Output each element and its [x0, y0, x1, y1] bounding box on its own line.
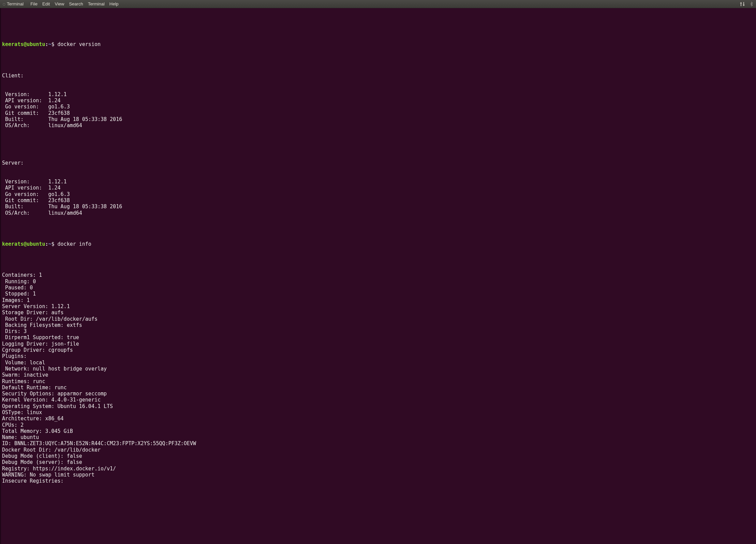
output-line: Name: ubuntu	[2, 434, 754, 440]
output-line: Backing Filesystem: extfs	[2, 322, 754, 328]
output-line: Security Options: apparmor seccomp	[2, 391, 754, 397]
output-line: Plugins:	[2, 353, 754, 359]
output-line: Logging Driver: json-file	[2, 341, 754, 347]
network-updown-icon[interactable]	[740, 2, 745, 6]
window-title: ◌ Terminal	[3, 1, 24, 6]
menu-help[interactable]: Help	[109, 1, 119, 6]
output-line: Version: 1.12.1	[2, 179, 754, 185]
output-line: API version: 1.24	[2, 97, 754, 104]
output-line: Git commit: 23cf638	[2, 110, 754, 116]
output-line: OS/Arch: linux/amd64	[2, 210, 754, 216]
output-line: OSType: linux	[2, 409, 754, 415]
output-line: Debug Mode (server): false	[2, 459, 754, 465]
version-server-block: Version: 1.12.1 API version: 1.24 Go ver…	[2, 179, 754, 216]
output-line: Docker Root Dir: /var/lib/docker	[2, 447, 754, 453]
prompt-user-host: keerats@ubuntu	[2, 41, 45, 47]
output-line: Default Runtime: runc	[2, 384, 754, 391]
output-line: Containers: 1	[2, 272, 754, 278]
output-line: Network: null host bridge overlay	[2, 366, 754, 372]
menu-edit[interactable]: Edit	[42, 1, 50, 6]
output-line: Storage Driver: aufs	[2, 309, 754, 316]
output-line: Go version: go1.6.3	[2, 191, 754, 197]
output-line: WARNING: No swap limit support	[2, 472, 754, 478]
menubar: ◌ Terminal File Edit View Search Termina…	[0, 0, 756, 8]
output-line: Server:	[2, 160, 754, 166]
menu-view[interactable]: View	[55, 1, 64, 6]
prompt-line-2: keerats@ubuntu:~$ docker info	[2, 241, 754, 247]
output-line: Version: 1.12.1	[2, 91, 754, 97]
output-line: Git commit: 23cf638	[2, 197, 754, 203]
output-line: Debug Mode (client): false	[2, 453, 754, 459]
output-line: Insecure Registries:	[2, 478, 754, 484]
output-line: Swarm: inactive	[2, 372, 754, 378]
menu-file[interactable]: File	[30, 1, 38, 6]
output-line: Runtimes: runc	[2, 378, 754, 384]
menu-terminal[interactable]: Terminal	[88, 1, 105, 6]
output-line: Dirs: 3	[2, 328, 754, 334]
output-line: Architecture: x86_64	[2, 415, 754, 422]
prompt-line-1: keerats@ubuntu:~$ docker version	[2, 41, 754, 47]
prompt-user-host: keerats@ubuntu	[2, 241, 45, 247]
output-line: ID: BNNL:ZET3:UQYC:A75N:E52N:R44C:CM23:F…	[2, 440, 754, 447]
output-line: Volume: local	[2, 360, 754, 366]
output-line: Go version: go1.6.3	[2, 104, 754, 110]
terminal-viewport[interactable]: keerats@ubuntu:~$ docker version Client:…	[0, 8, 756, 544]
output-line: Kernel Version: 4.4.0-31-generic	[2, 397, 754, 403]
output-line: Root Dir: /var/lib/docker/aufs	[2, 316, 754, 322]
output-line: Stopped: 1	[2, 291, 754, 297]
prompt-sigil: $	[51, 241, 55, 247]
command-text: docker version	[58, 41, 101, 47]
app-indicator-icon: ◌	[3, 2, 5, 6]
app-title-text: Terminal	[7, 1, 24, 6]
output-line: Images: 1	[2, 297, 754, 303]
output-line: Paused: 0	[2, 285, 754, 291]
output-line: Operating System: Ubuntu 16.04.1 LTS	[2, 403, 754, 409]
window-left-border	[0, 8, 1, 544]
bluetooth-icon[interactable]	[750, 2, 753, 6]
output-line: Dirperm1 Supported: true	[2, 334, 754, 341]
command-text: docker info	[58, 241, 91, 247]
menu-search[interactable]: Search	[69, 1, 83, 6]
output-line: Total Memory: 3.045 GiB	[2, 428, 754, 434]
output-line: API version: 1.24	[2, 185, 754, 191]
output-line: Cgroup Driver: cgroupfs	[2, 347, 754, 353]
prompt-sigil: $	[51, 41, 55, 47]
output-line: Server Version: 1.12.1	[2, 303, 754, 309]
docker-info-block: Containers: 1 Running: 0 Paused: 0 Stopp…	[2, 272, 754, 484]
version-client-block: Version: 1.12.1 API version: 1.24 Go ver…	[2, 91, 754, 129]
output-line: OS/Arch: linux/amd64	[2, 122, 754, 129]
output-line: Built: Thu Aug 18 05:33:38 2016	[2, 203, 754, 210]
output-line: Running: 0	[2, 278, 754, 285]
prompt-path: ~	[48, 41, 51, 47]
output-line: CPUs: 2	[2, 422, 754, 428]
output-line: Registry: https://index.docker.io/v1/	[2, 466, 754, 472]
output-line: Client:	[2, 73, 754, 79]
prompt-path: ~	[48, 241, 51, 247]
output-line: Built: Thu Aug 18 05:33:38 2016	[2, 116, 754, 122]
output-blank	[2, 141, 754, 147]
